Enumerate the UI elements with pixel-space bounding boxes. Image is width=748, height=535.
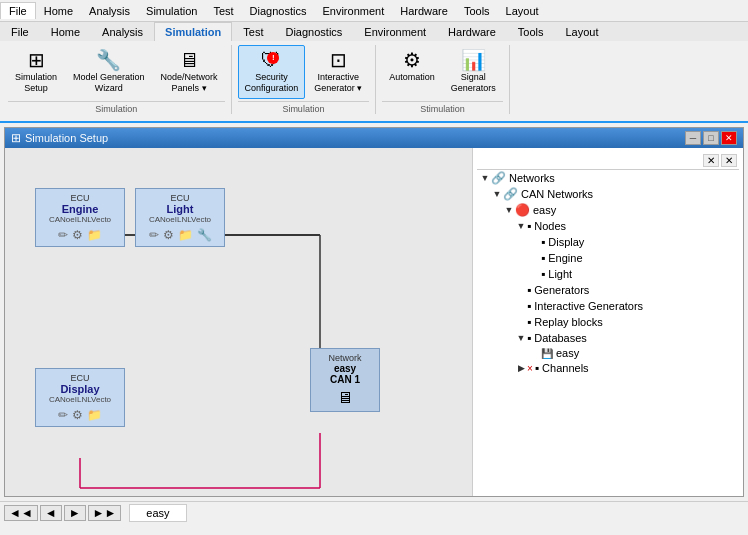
ecu-engine-settings-icon[interactable]: ⚙ <box>72 228 83 242</box>
network-box[interactable]: Network easy CAN 1 🖥 <box>310 348 380 412</box>
tab-home[interactable]: Home <box>40 22 91 41</box>
nav-first-btn[interactable]: ◄◄ <box>4 505 38 521</box>
tab-diagnostics[interactable]: Diagnostics <box>274 22 353 41</box>
tree-generators-icon: ▪ <box>527 283 531 297</box>
tree-display-label: Display <box>548 236 584 248</box>
ecu-light[interactable]: ECU Light CANoeILNLVecto ✏ ⚙ 📁 🔧 <box>135 188 225 247</box>
tree-display-expand <box>529 237 541 247</box>
automation-icon: ⚙ <box>403 50 421 70</box>
tree-display-icon: ▪ <box>541 235 545 249</box>
menu-home[interactable]: Home <box>36 3 81 19</box>
node-panel-button[interactable]: 🖥 Node/NetworkPanels ▾ <box>154 45 225 99</box>
tree-display-node[interactable]: ▪ Display <box>477 234 739 250</box>
ecu-display-folder-icon[interactable]: 📁 <box>87 408 102 422</box>
tree-databases-expand[interactable]: ▼ <box>515 333 527 343</box>
tree-databases-label: Databases <box>534 332 587 344</box>
model-gen-button[interactable]: 🔧 Model GenerationWizard <box>66 45 152 99</box>
ecu-engine-name: Engine <box>40 203 120 215</box>
menu-tools[interactable]: Tools <box>456 3 498 19</box>
tree-easy-expand[interactable]: ▼ <box>503 205 515 215</box>
sim-setup-button[interactable]: ⊞ SimulationSetup <box>8 45 64 99</box>
tree-nodes-expand[interactable]: ▼ <box>515 221 527 231</box>
tab-hardware[interactable]: Hardware <box>437 22 507 41</box>
security-config-button[interactable]: 🛡! SecurityConfiguration <box>238 45 306 99</box>
tab-analysis[interactable]: Analysis <box>91 22 154 41</box>
ecu-engine-folder-icon[interactable]: 📁 <box>87 228 102 242</box>
window-maximize[interactable]: □ <box>703 131 719 145</box>
ecu-light-extra-icon[interactable]: 🔧 <box>197 228 212 242</box>
ecu-light-title: ECU <box>140 193 220 203</box>
tree-easy-db[interactable]: 💾 easy <box>477 346 739 360</box>
menu-file[interactable]: File <box>0 2 36 19</box>
tree-networks[interactable]: ▼ 🔗 Networks <box>477 170 739 186</box>
tree-interactive-gen[interactable]: ▪ Interactive Generators <box>477 298 739 314</box>
menu-analysis[interactable]: Analysis <box>81 3 138 19</box>
ecu-light-folder-icon[interactable]: 📁 <box>178 228 193 242</box>
tree-generators[interactable]: ▪ Generators <box>477 282 739 298</box>
menu-layout[interactable]: Layout <box>498 3 547 19</box>
window-title: Simulation Setup <box>25 132 108 144</box>
tree-engine-label: Engine <box>548 252 582 264</box>
tab-environment[interactable]: Environment <box>353 22 437 41</box>
tab-test[interactable]: Test <box>232 22 274 41</box>
tree-replay-blocks[interactable]: ▪ Replay blocks <box>477 314 739 330</box>
ecu-engine[interactable]: ECU Engine CANoeILNLVecto ✏ ⚙ 📁 <box>35 188 125 247</box>
tree-nodes[interactable]: ▼ ▪ Nodes <box>477 218 739 234</box>
menu-hardware[interactable]: Hardware <box>392 3 456 19</box>
automation-label: Automation <box>389 72 435 83</box>
tree-networks-icon: 🔗 <box>491 171 506 185</box>
tree-easy-icon: 🔴 <box>515 203 530 217</box>
network-label: Network <box>315 353 375 363</box>
tree-channels[interactable]: ▶ × ▪ Channels <box>477 360 739 376</box>
menu-diagnostics[interactable]: Diagnostics <box>242 3 315 19</box>
tab-simulation[interactable]: Simulation <box>154 22 232 41</box>
tree-generators-label: Generators <box>534 284 589 296</box>
tree-interactive-gen-expand <box>515 301 527 311</box>
menu-simulation[interactable]: Simulation <box>138 3 205 19</box>
node-panel-label: Node/NetworkPanels ▾ <box>161 72 218 94</box>
ecu-light-edit-icon[interactable]: ✏ <box>149 228 159 242</box>
model-gen-label: Model GenerationWizard <box>73 72 145 94</box>
tree-generators-expand <box>515 285 527 295</box>
tab-file[interactable]: File <box>0 22 40 41</box>
ribbon-group-sim1-label: Simulation <box>8 101 225 114</box>
ecu-light-settings-icon[interactable]: ⚙ <box>163 228 174 242</box>
sim-setup-icon: ⊞ <box>28 50 45 70</box>
tree-can-networks[interactable]: ▼ 🔗 CAN Networks <box>477 186 739 202</box>
window-close[interactable]: ✕ <box>721 131 737 145</box>
tab-tools[interactable]: Tools <box>507 22 555 41</box>
tree-nodes-icon: ▪ <box>527 219 531 233</box>
nav-last-btn[interactable]: ►► <box>88 505 122 521</box>
network-icon: 🖥 <box>315 389 375 407</box>
tab-layout[interactable]: Layout <box>554 22 609 41</box>
tree-channels-icon: ▪ <box>535 361 539 375</box>
tree-can-expand[interactable]: ▼ <box>491 189 503 199</box>
nav-prev-btn[interactable]: ◄ <box>40 505 62 521</box>
tree-networks-expand[interactable]: ▼ <box>479 173 491 183</box>
menu-test[interactable]: Test <box>205 3 241 19</box>
menu-environment[interactable]: Environment <box>314 3 392 19</box>
signal-gen-button[interactable]: 📊 SignalGenerators <box>444 45 503 99</box>
window-minimize[interactable]: ─ <box>685 131 701 145</box>
interactive-gen-button[interactable]: ⊡ InteractiveGenerator ▾ <box>307 45 369 99</box>
tree-channels-expand[interactable]: ▶ <box>515 363 527 373</box>
tree-engine-node[interactable]: ▪ Engine <box>477 250 739 266</box>
tree-light-label: Light <box>548 268 572 280</box>
ecu-engine-icons: ✏ ⚙ 📁 <box>40 228 120 242</box>
tree-light-expand <box>529 269 541 279</box>
automation-button[interactable]: ⚙ Automation <box>382 45 442 99</box>
ecu-display-settings-icon[interactable]: ⚙ <box>72 408 83 422</box>
network-name: easy <box>315 363 375 374</box>
ecu-display-edit-icon[interactable]: ✏ <box>58 408 68 422</box>
tree-easy[interactable]: ▼ 🔴 easy <box>477 202 739 218</box>
tree-close-btn1[interactable]: ✕ <box>703 154 719 167</box>
ecu-engine-edit-icon[interactable]: ✏ <box>58 228 68 242</box>
tree-close-btn2[interactable]: ✕ <box>721 154 737 167</box>
window-content: ECU Engine CANoeILNLVecto ✏ ⚙ 📁 ECU Ligh… <box>5 148 743 496</box>
security-badge: ! <box>267 52 279 64</box>
tree-databases[interactable]: ▼ ▪ Databases <box>477 330 739 346</box>
tree-light-node[interactable]: ▪ Light <box>477 266 739 282</box>
bottom-tab-easy[interactable]: easy <box>129 504 186 522</box>
nav-next-btn[interactable]: ► <box>64 505 86 521</box>
ecu-display[interactable]: ECU Display CANoeILNLVecto ✏ ⚙ 📁 <box>35 368 125 427</box>
